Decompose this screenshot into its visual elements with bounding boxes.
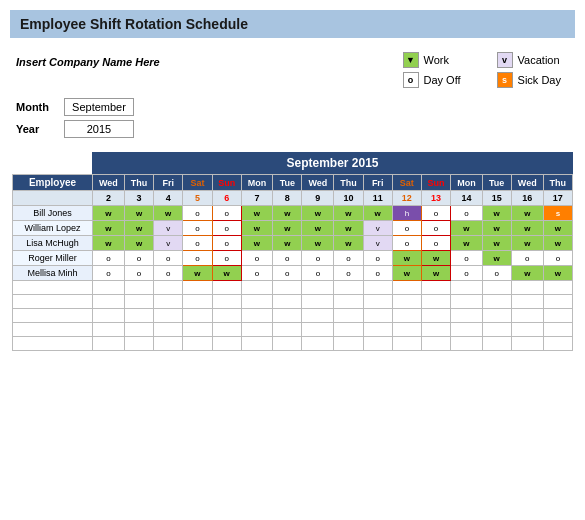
schedule-cell: o [154,251,183,266]
day-num-17: 17 [543,191,572,206]
schedule-cell: w [363,206,392,221]
schedule-cell: o [273,266,302,281]
title-bar: Employee Shift Rotation Schedule [10,10,575,38]
schedule-cell: o [334,266,363,281]
schedule-cell: w [421,251,450,266]
vacation-icon: v [497,52,513,68]
employee-name: Lisa McHugh [13,236,93,251]
schedule-cell: o [363,251,392,266]
schedule-cell: w [334,221,363,236]
day-num-6: 6 [212,191,241,206]
schedule-cell: w [511,266,543,281]
empty-corner [13,191,93,206]
schedule-cell: o [334,251,363,266]
year-label: Year [16,123,56,135]
schedule-cell: o [93,266,125,281]
schedule-cell: o [212,221,241,236]
schedule-cell: w [543,266,572,281]
employee-column-header: Employee [13,175,93,191]
schedule-cell: w [124,206,153,221]
day-header-6: Sun [212,175,241,191]
month-label: Month [16,101,56,113]
month-value[interactable]: September [64,98,134,116]
schedule-cell: w [482,236,511,251]
schedule-cell: w [273,206,302,221]
day-num-14: 14 [451,191,482,206]
legend-vacation: v Vacation [497,52,561,68]
empty-row [13,337,573,351]
schedule-cell: o [451,206,482,221]
day-num-12: 12 [392,191,421,206]
year-value[interactable]: 2015 [64,120,134,138]
schedule-cell: w [124,221,153,236]
schedule-cell: w [421,266,450,281]
schedule-cell: h [392,206,421,221]
day-header-2: Wed [93,175,125,191]
schedule-cell: o [212,251,241,266]
schedule-cell: w [273,236,302,251]
schedule-cell: o [302,251,334,266]
day-header-15: Tue [482,175,511,191]
empty-row [13,323,573,337]
day-num-10: 10 [334,191,363,206]
schedule-cell: w [93,206,125,221]
schedule-cell: o [241,251,272,266]
day-header-8: Tue [273,175,302,191]
empty-row [13,295,573,309]
table-row: William Lopezwwvoowwwwvoowwww [13,221,573,236]
schedule-cell: v [363,221,392,236]
schedule-cell: o [421,236,450,251]
day-header-3: Thu [124,175,153,191]
schedule-cell: w [302,236,334,251]
schedule-cell: w [392,251,421,266]
day-num-16: 16 [511,191,543,206]
day-num-13: 13 [421,191,450,206]
page-title: Employee Shift Rotation Schedule [20,16,248,32]
day-header-16: Wed [511,175,543,191]
calendar-month-header: September 2015 [92,152,573,174]
empty-row [13,309,573,323]
legend-sick: s Sick Day [497,72,561,88]
schedule-cell: o [273,251,302,266]
schedule-cell: o [392,221,421,236]
schedule-cell: s [543,206,572,221]
schedule-cell: o [392,236,421,251]
table-row: Lisa McHughwwvoowwwwvoowwww [13,236,573,251]
employee-name: William Lopez [13,221,93,236]
day-header-7: Mon [241,175,272,191]
day-num-2: 2 [93,191,125,206]
day-num-3: 3 [124,191,153,206]
schedule-cell: w [482,251,511,266]
schedule-cell: w [543,236,572,251]
schedule-cell: v [154,236,183,251]
day-num-4: 4 [154,191,183,206]
schedule-cell: o [183,221,212,236]
day-header-12: Sat [392,175,421,191]
schedule-cell: o [183,251,212,266]
schedule-cell: o [451,251,482,266]
schedule-cell: o [511,251,543,266]
day-header-10: Thu [334,175,363,191]
schedule-cell: o [183,236,212,251]
schedule-cell: w [241,236,272,251]
schedule-cell: o [212,206,241,221]
day-header-14: Mon [451,175,482,191]
work-icon: ▼ [403,52,419,68]
empty-row [13,281,573,295]
schedule-cell: w [334,206,363,221]
schedule-cell: o [543,251,572,266]
employee-name: Roger Miller [13,251,93,266]
schedule-cell: o [241,266,272,281]
employee-name: Bill Jones [13,206,93,221]
schedule-cell: w [241,221,272,236]
table-row: Bill Joneswwwoowwwwwhoowws [13,206,573,221]
day-num-15: 15 [482,191,511,206]
schedule-cell: o [421,206,450,221]
schedule-cell: w [451,236,482,251]
day-header-5: Sat [183,175,212,191]
schedule-cell: o [302,266,334,281]
day-header-11: Fri [363,175,392,191]
schedule-cell: o [363,266,392,281]
schedule-cell: w [241,206,272,221]
day-num-8: 8 [273,191,302,206]
